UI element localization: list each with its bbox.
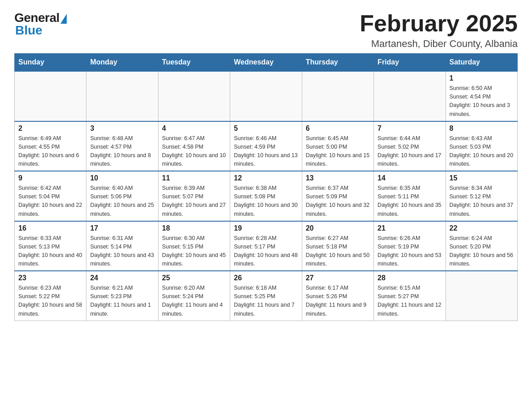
day-number: 9 bbox=[18, 174, 82, 182]
day-info: Sunrise: 6:34 AMSunset: 5:12 PMDaylight:… bbox=[450, 185, 513, 217]
day-number: 19 bbox=[234, 224, 298, 232]
day-info: Sunrise: 6:30 AMSunset: 5:15 PMDaylight:… bbox=[162, 235, 226, 267]
column-header-sunday: Sunday bbox=[15, 54, 86, 72]
calendar-cell bbox=[15, 71, 86, 121]
day-info: Sunrise: 6:15 AMSunset: 5:27 PMDaylight:… bbox=[378, 285, 441, 317]
day-info: Sunrise: 6:27 AMSunset: 5:18 PMDaylight:… bbox=[306, 235, 369, 267]
day-info: Sunrise: 6:31 AMSunset: 5:14 PMDaylight:… bbox=[90, 235, 154, 267]
calendar-cell: 15Sunrise: 6:34 AMSunset: 5:12 PMDayligh… bbox=[446, 171, 517, 221]
day-info: Sunrise: 6:35 AMSunset: 5:11 PMDaylight:… bbox=[378, 185, 441, 217]
calendar-table: SundayMondayTuesdayWednesdayThursdayFrid… bbox=[14, 53, 518, 321]
day-info: Sunrise: 6:46 AMSunset: 4:59 PMDaylight:… bbox=[234, 135, 297, 167]
day-number: 2 bbox=[18, 124, 82, 133]
calendar-cell: 23Sunrise: 6:23 AMSunset: 5:22 PMDayligh… bbox=[15, 271, 86, 321]
calendar-cell: 19Sunrise: 6:28 AMSunset: 5:17 PMDayligh… bbox=[230, 221, 302, 271]
day-info: Sunrise: 6:37 AMSunset: 5:09 PMDaylight:… bbox=[306, 185, 369, 217]
day-info: Sunrise: 6:50 AMSunset: 4:54 PMDaylight:… bbox=[450, 85, 511, 117]
day-info: Sunrise: 6:45 AMSunset: 5:00 PMDaylight:… bbox=[306, 135, 369, 167]
day-number: 1 bbox=[450, 74, 514, 82]
day-info: Sunrise: 6:18 AMSunset: 5:25 PMDaylight:… bbox=[234, 285, 295, 317]
calendar-cell: 16Sunrise: 6:33 AMSunset: 5:13 PMDayligh… bbox=[15, 221, 86, 271]
calendar-cell: 4Sunrise: 6:47 AMSunset: 4:58 PMDaylight… bbox=[158, 121, 230, 171]
day-info: Sunrise: 6:44 AMSunset: 5:02 PMDaylight:… bbox=[378, 135, 441, 167]
day-number: 27 bbox=[306, 274, 370, 282]
day-number: 17 bbox=[90, 224, 154, 232]
day-number: 8 bbox=[450, 124, 514, 133]
calendar-cell: 2Sunrise: 6:49 AMSunset: 4:55 PMDaylight… bbox=[15, 121, 86, 171]
day-number: 28 bbox=[378, 274, 442, 282]
calendar-week-row: 2Sunrise: 6:49 AMSunset: 4:55 PMDaylight… bbox=[15, 121, 518, 171]
calendar-cell bbox=[230, 71, 302, 121]
calendar-cell: 28Sunrise: 6:15 AMSunset: 5:27 PMDayligh… bbox=[374, 271, 446, 321]
calendar-cell bbox=[86, 71, 158, 121]
day-info: Sunrise: 6:48 AMSunset: 4:57 PMDaylight:… bbox=[90, 135, 151, 167]
calendar-cell bbox=[446, 271, 517, 321]
day-number: 11 bbox=[162, 174, 226, 182]
calendar-cell: 25Sunrise: 6:20 AMSunset: 5:24 PMDayligh… bbox=[158, 271, 230, 321]
day-info: Sunrise: 6:47 AMSunset: 4:58 PMDaylight:… bbox=[162, 135, 226, 167]
calendar-cell: 3Sunrise: 6:48 AMSunset: 4:57 PMDaylight… bbox=[86, 121, 158, 171]
day-info: Sunrise: 6:40 AMSunset: 5:06 PMDaylight:… bbox=[90, 185, 154, 217]
day-info: Sunrise: 6:38 AMSunset: 5:08 PMDaylight:… bbox=[234, 185, 297, 217]
day-number: 7 bbox=[378, 124, 442, 133]
day-number: 5 bbox=[234, 124, 298, 133]
location-text: Martanesh, Diber County, Albania bbox=[360, 38, 518, 50]
calendar-cell: 9Sunrise: 6:42 AMSunset: 5:04 PMDaylight… bbox=[15, 171, 86, 221]
day-number: 23 bbox=[18, 274, 82, 282]
logo-blue-text: Blue bbox=[14, 23, 43, 38]
day-info: Sunrise: 6:39 AMSunset: 5:07 PMDaylight:… bbox=[162, 185, 226, 217]
month-title: February 2025 bbox=[360, 11, 518, 36]
day-info: Sunrise: 6:42 AMSunset: 5:04 PMDaylight:… bbox=[18, 185, 82, 217]
calendar-header-row: SundayMondayTuesdayWednesdayThursdayFrid… bbox=[15, 54, 518, 72]
calendar-week-row: 9Sunrise: 6:42 AMSunset: 5:04 PMDaylight… bbox=[15, 171, 518, 221]
calendar-cell: 14Sunrise: 6:35 AMSunset: 5:11 PMDayligh… bbox=[374, 171, 446, 221]
day-info: Sunrise: 6:23 AMSunset: 5:22 PMDaylight:… bbox=[18, 285, 82, 317]
day-info: Sunrise: 6:33 AMSunset: 5:13 PMDaylight:… bbox=[18, 235, 82, 267]
calendar-cell: 27Sunrise: 6:17 AMSunset: 5:26 PMDayligh… bbox=[302, 271, 373, 321]
calendar-cell: 13Sunrise: 6:37 AMSunset: 5:09 PMDayligh… bbox=[302, 171, 373, 221]
calendar-cell: 17Sunrise: 6:31 AMSunset: 5:14 PMDayligh… bbox=[86, 221, 158, 271]
calendar-cell: 12Sunrise: 6:38 AMSunset: 5:08 PMDayligh… bbox=[230, 171, 302, 221]
calendar-cell: 18Sunrise: 6:30 AMSunset: 5:15 PMDayligh… bbox=[158, 221, 230, 271]
logo-triangle-icon bbox=[60, 14, 67, 24]
column-header-tuesday: Tuesday bbox=[158, 54, 230, 72]
calendar-week-row: 23Sunrise: 6:23 AMSunset: 5:22 PMDayligh… bbox=[15, 271, 518, 321]
calendar-cell: 11Sunrise: 6:39 AMSunset: 5:07 PMDayligh… bbox=[158, 171, 230, 221]
day-number: 13 bbox=[306, 174, 370, 182]
day-number: 21 bbox=[378, 224, 442, 232]
day-number: 24 bbox=[90, 274, 154, 282]
calendar-week-row: 1Sunrise: 6:50 AMSunset: 4:54 PMDaylight… bbox=[15, 71, 518, 121]
day-info: Sunrise: 6:49 AMSunset: 4:55 PMDaylight:… bbox=[18, 135, 79, 167]
calendar-cell: 1Sunrise: 6:50 AMSunset: 4:54 PMDaylight… bbox=[446, 71, 517, 121]
calendar-cell: 8Sunrise: 6:43 AMSunset: 5:03 PMDaylight… bbox=[446, 121, 517, 171]
calendar-cell: 10Sunrise: 6:40 AMSunset: 5:06 PMDayligh… bbox=[86, 171, 158, 221]
column-header-friday: Friday bbox=[374, 54, 446, 72]
day-number: 18 bbox=[162, 224, 226, 232]
calendar-week-row: 16Sunrise: 6:33 AMSunset: 5:13 PMDayligh… bbox=[15, 221, 518, 271]
day-number: 16 bbox=[18, 224, 82, 232]
day-info: Sunrise: 6:28 AMSunset: 5:17 PMDaylight:… bbox=[234, 235, 297, 267]
day-number: 14 bbox=[378, 174, 442, 182]
day-number: 20 bbox=[306, 224, 370, 232]
column-header-monday: Monday bbox=[86, 54, 158, 72]
day-number: 6 bbox=[306, 124, 370, 133]
column-header-saturday: Saturday bbox=[446, 54, 517, 72]
calendar-cell: 5Sunrise: 6:46 AMSunset: 4:59 PMDaylight… bbox=[230, 121, 302, 171]
title-section: February 2025 Martanesh, Diber County, A… bbox=[360, 11, 518, 50]
day-number: 22 bbox=[450, 224, 514, 232]
calendar-cell: 24Sunrise: 6:21 AMSunset: 5:23 PMDayligh… bbox=[86, 271, 158, 321]
calendar-cell: 21Sunrise: 6:26 AMSunset: 5:19 PMDayligh… bbox=[374, 221, 446, 271]
calendar-cell: 26Sunrise: 6:18 AMSunset: 5:25 PMDayligh… bbox=[230, 271, 302, 321]
column-header-wednesday: Wednesday bbox=[230, 54, 302, 72]
logo: General Blue bbox=[14, 11, 67, 38]
calendar-cell: 7Sunrise: 6:44 AMSunset: 5:02 PMDaylight… bbox=[374, 121, 446, 171]
day-number: 12 bbox=[234, 174, 298, 182]
day-number: 25 bbox=[162, 274, 226, 282]
calendar-cell bbox=[158, 71, 230, 121]
day-info: Sunrise: 6:26 AMSunset: 5:19 PMDaylight:… bbox=[378, 235, 441, 267]
day-info: Sunrise: 6:17 AMSunset: 5:26 PMDaylight:… bbox=[306, 285, 367, 317]
day-number: 4 bbox=[162, 124, 226, 133]
day-info: Sunrise: 6:24 AMSunset: 5:20 PMDaylight:… bbox=[450, 235, 513, 267]
page-header: General Blue February 2025 Martanesh, Di… bbox=[14, 11, 518, 50]
day-number: 26 bbox=[234, 274, 298, 282]
